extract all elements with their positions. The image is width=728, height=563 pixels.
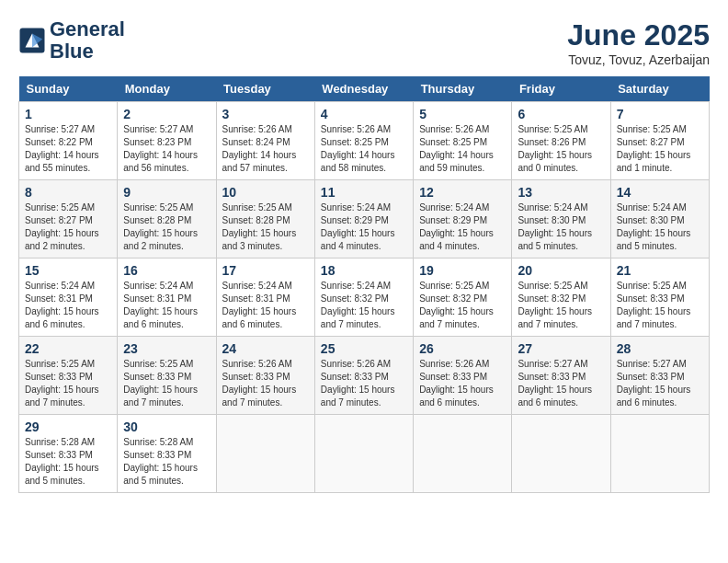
calendar-cell: 27Sunrise: 5:27 AM Sunset: 8:33 PM Dayli… bbox=[512, 337, 610, 415]
day-number: 2 bbox=[123, 107, 210, 121]
day-info: Sunrise: 5:28 AM Sunset: 8:33 PM Dayligh… bbox=[123, 436, 210, 488]
day-info: Sunrise: 5:26 AM Sunset: 8:33 PM Dayligh… bbox=[419, 358, 506, 409]
calendar-table: SundayMondayTuesdayWednesdayThursdayFrid… bbox=[18, 76, 710, 493]
calendar-cell: 15Sunrise: 5:24 AM Sunset: 8:31 PM Dayli… bbox=[19, 259, 118, 337]
day-number: 20 bbox=[518, 263, 604, 278]
day-number: 24 bbox=[222, 341, 309, 356]
day-info: Sunrise: 5:24 AM Sunset: 8:31 PM Dayligh… bbox=[25, 280, 111, 331]
calendar-week-row: 1Sunrise: 5:27 AM Sunset: 8:22 PM Daylig… bbox=[19, 102, 710, 180]
day-number: 1 bbox=[25, 107, 111, 121]
logo-text: General Blue bbox=[50, 18, 125, 63]
calendar-week-row: 8Sunrise: 5:25 AM Sunset: 8:27 PM Daylig… bbox=[19, 180, 710, 259]
day-number: 9 bbox=[123, 185, 210, 200]
calendar-cell: 19Sunrise: 5:25 AM Sunset: 8:32 PM Dayli… bbox=[414, 259, 512, 337]
day-info: Sunrise: 5:26 AM Sunset: 8:33 PM Dayligh… bbox=[321, 358, 407, 409]
day-number: 3 bbox=[222, 107, 309, 121]
weekday-header-friday: Friday bbox=[512, 76, 610, 102]
day-info: Sunrise: 5:27 AM Sunset: 8:33 PM Dayligh… bbox=[518, 358, 604, 409]
day-info: Sunrise: 5:24 AM Sunset: 8:30 PM Dayligh… bbox=[617, 201, 703, 253]
calendar-cell bbox=[216, 415, 314, 493]
calendar-cell: 21Sunrise: 5:25 AM Sunset: 8:33 PM Dayli… bbox=[610, 259, 709, 337]
day-info: Sunrise: 5:25 AM Sunset: 8:28 PM Dayligh… bbox=[222, 201, 309, 253]
day-info: Sunrise: 5:25 AM Sunset: 8:33 PM Dayligh… bbox=[25, 358, 111, 409]
day-info: Sunrise: 5:27 AM Sunset: 8:22 PM Dayligh… bbox=[25, 123, 111, 175]
logo: General Blue bbox=[18, 18, 125, 63]
day-info: Sunrise: 5:24 AM Sunset: 8:29 PM Dayligh… bbox=[321, 201, 407, 253]
calendar-cell bbox=[610, 415, 709, 493]
calendar-cell: 7Sunrise: 5:25 AM Sunset: 8:27 PM Daylig… bbox=[610, 102, 709, 180]
calendar-cell: 9Sunrise: 5:25 AM Sunset: 8:28 PM Daylig… bbox=[118, 180, 216, 259]
calendar-week-row: 15Sunrise: 5:24 AM Sunset: 8:31 PM Dayli… bbox=[19, 259, 710, 337]
calendar-body: 1Sunrise: 5:27 AM Sunset: 8:22 PM Daylig… bbox=[19, 102, 710, 493]
calendar-cell: 22Sunrise: 5:25 AM Sunset: 8:33 PM Dayli… bbox=[19, 337, 118, 415]
day-info: Sunrise: 5:25 AM Sunset: 8:28 PM Dayligh… bbox=[123, 201, 210, 253]
day-info: Sunrise: 5:25 AM Sunset: 8:33 PM Dayligh… bbox=[617, 280, 703, 331]
calendar-cell: 23Sunrise: 5:25 AM Sunset: 8:33 PM Dayli… bbox=[118, 337, 216, 415]
day-number: 23 bbox=[123, 341, 210, 356]
day-number: 11 bbox=[321, 185, 407, 200]
calendar-cell: 29Sunrise: 5:28 AM Sunset: 8:33 PM Dayli… bbox=[19, 415, 118, 493]
calendar-cell: 26Sunrise: 5:26 AM Sunset: 8:33 PM Dayli… bbox=[414, 337, 512, 415]
calendar-cell: 5Sunrise: 5:26 AM Sunset: 8:25 PM Daylig… bbox=[414, 102, 512, 180]
day-info: Sunrise: 5:25 AM Sunset: 8:27 PM Dayligh… bbox=[617, 123, 703, 175]
calendar-cell: 13Sunrise: 5:24 AM Sunset: 8:30 PM Dayli… bbox=[512, 180, 610, 259]
day-number: 21 bbox=[617, 263, 703, 278]
calendar-cell: 4Sunrise: 5:26 AM Sunset: 8:25 PM Daylig… bbox=[314, 102, 413, 180]
calendar-cell bbox=[512, 415, 610, 493]
month-title: June 2025 bbox=[567, 18, 710, 52]
day-number: 19 bbox=[419, 263, 506, 278]
calendar-cell: 18Sunrise: 5:24 AM Sunset: 8:32 PM Dayli… bbox=[314, 259, 413, 337]
day-info: Sunrise: 5:24 AM Sunset: 8:31 PM Dayligh… bbox=[123, 280, 210, 331]
day-number: 30 bbox=[123, 419, 210, 434]
calendar-cell: 17Sunrise: 5:24 AM Sunset: 8:31 PM Dayli… bbox=[216, 259, 314, 337]
day-number: 16 bbox=[123, 263, 210, 278]
page-header: General Blue June 2025 Tovuz, Tovuz, Aze… bbox=[18, 18, 710, 67]
calendar-cell: 10Sunrise: 5:25 AM Sunset: 8:28 PM Dayli… bbox=[216, 180, 314, 259]
calendar-cell: 2Sunrise: 5:27 AM Sunset: 8:23 PM Daylig… bbox=[118, 102, 216, 180]
calendar-cell: 6Sunrise: 5:25 AM Sunset: 8:26 PM Daylig… bbox=[512, 102, 610, 180]
calendar-cell bbox=[314, 415, 413, 493]
day-info: Sunrise: 5:24 AM Sunset: 8:31 PM Dayligh… bbox=[222, 280, 309, 331]
weekday-header-sunday: Sunday bbox=[19, 76, 118, 102]
day-info: Sunrise: 5:27 AM Sunset: 8:23 PM Dayligh… bbox=[123, 123, 210, 175]
calendar-cell: 14Sunrise: 5:24 AM Sunset: 8:30 PM Dayli… bbox=[610, 180, 709, 259]
day-info: Sunrise: 5:26 AM Sunset: 8:25 PM Dayligh… bbox=[321, 123, 407, 175]
calendar-cell: 16Sunrise: 5:24 AM Sunset: 8:31 PM Dayli… bbox=[118, 259, 216, 337]
title-area: June 2025 Tovuz, Tovuz, Azerbaijan bbox=[567, 18, 710, 67]
day-info: Sunrise: 5:26 AM Sunset: 8:33 PM Dayligh… bbox=[222, 358, 309, 409]
calendar-cell: 12Sunrise: 5:24 AM Sunset: 8:29 PM Dayli… bbox=[414, 180, 512, 259]
calendar-cell: 1Sunrise: 5:27 AM Sunset: 8:22 PM Daylig… bbox=[19, 102, 118, 180]
calendar-header: SundayMondayTuesdayWednesdayThursdayFrid… bbox=[19, 76, 710, 102]
calendar-cell: 30Sunrise: 5:28 AM Sunset: 8:33 PM Dayli… bbox=[118, 415, 216, 493]
weekday-header-monday: Monday bbox=[118, 76, 216, 102]
day-number: 8 bbox=[25, 185, 111, 200]
day-number: 25 bbox=[321, 341, 407, 356]
day-info: Sunrise: 5:25 AM Sunset: 8:32 PM Dayligh… bbox=[419, 280, 506, 331]
day-info: Sunrise: 5:24 AM Sunset: 8:32 PM Dayligh… bbox=[321, 280, 407, 331]
weekday-row: SundayMondayTuesdayWednesdayThursdayFrid… bbox=[19, 76, 710, 102]
weekday-header-thursday: Thursday bbox=[414, 76, 512, 102]
day-number: 12 bbox=[419, 185, 506, 200]
day-number: 17 bbox=[222, 263, 309, 278]
day-number: 15 bbox=[25, 263, 111, 278]
calendar-cell: 28Sunrise: 5:27 AM Sunset: 8:33 PM Dayli… bbox=[610, 337, 709, 415]
day-number: 26 bbox=[419, 341, 506, 356]
day-number: 22 bbox=[25, 341, 111, 356]
day-number: 13 bbox=[518, 185, 604, 200]
calendar-week-row: 22Sunrise: 5:25 AM Sunset: 8:33 PM Dayli… bbox=[19, 337, 710, 415]
calendar-cell: 11Sunrise: 5:24 AM Sunset: 8:29 PM Dayli… bbox=[314, 180, 413, 259]
calendar-cell: 20Sunrise: 5:25 AM Sunset: 8:32 PM Dayli… bbox=[512, 259, 610, 337]
day-number: 29 bbox=[25, 419, 111, 434]
day-info: Sunrise: 5:25 AM Sunset: 8:32 PM Dayligh… bbox=[518, 280, 604, 331]
calendar-cell: 25Sunrise: 5:26 AM Sunset: 8:33 PM Dayli… bbox=[314, 337, 413, 415]
day-info: Sunrise: 5:25 AM Sunset: 8:27 PM Dayligh… bbox=[25, 201, 111, 253]
day-number: 28 bbox=[617, 341, 703, 356]
day-number: 18 bbox=[321, 263, 407, 278]
day-info: Sunrise: 5:28 AM Sunset: 8:33 PM Dayligh… bbox=[25, 436, 111, 488]
day-info: Sunrise: 5:26 AM Sunset: 8:24 PM Dayligh… bbox=[222, 123, 309, 175]
day-number: 7 bbox=[617, 107, 703, 121]
day-info: Sunrise: 5:24 AM Sunset: 8:30 PM Dayligh… bbox=[518, 201, 604, 253]
day-info: Sunrise: 5:24 AM Sunset: 8:29 PM Dayligh… bbox=[419, 201, 506, 253]
day-info: Sunrise: 5:27 AM Sunset: 8:33 PM Dayligh… bbox=[617, 358, 703, 409]
day-number: 5 bbox=[419, 107, 506, 121]
